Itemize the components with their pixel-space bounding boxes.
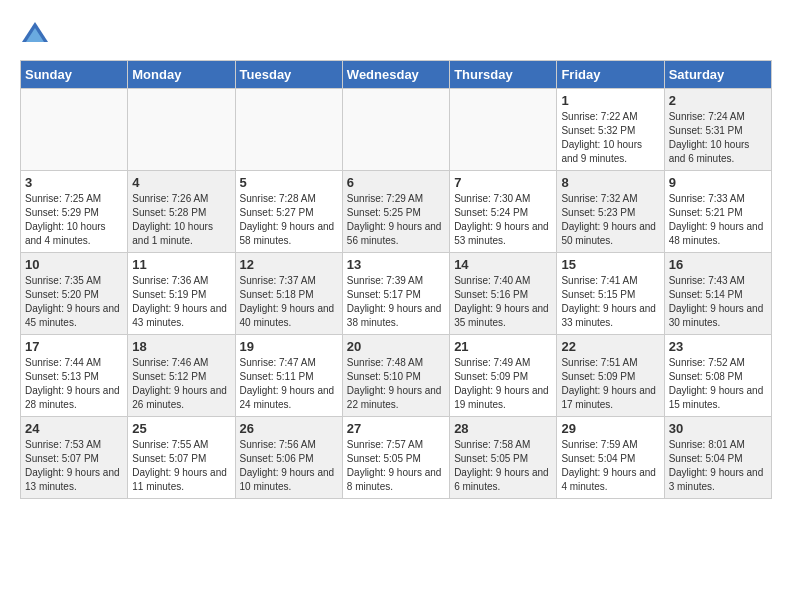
calendar-cell: 19Sunrise: 7:47 AM Sunset: 5:11 PM Dayli… xyxy=(235,335,342,417)
calendar-cell: 11Sunrise: 7:36 AM Sunset: 5:19 PM Dayli… xyxy=(128,253,235,335)
day-info: Sunrise: 7:30 AM Sunset: 5:24 PM Dayligh… xyxy=(454,192,552,248)
calendar-cell: 3Sunrise: 7:25 AM Sunset: 5:29 PM Daylig… xyxy=(21,171,128,253)
calendar-cell: 20Sunrise: 7:48 AM Sunset: 5:10 PM Dayli… xyxy=(342,335,449,417)
day-info: Sunrise: 7:36 AM Sunset: 5:19 PM Dayligh… xyxy=(132,274,230,330)
calendar-cell: 30Sunrise: 8:01 AM Sunset: 5:04 PM Dayli… xyxy=(664,417,771,499)
day-number: 11 xyxy=(132,257,230,272)
calendar-cell: 17Sunrise: 7:44 AM Sunset: 5:13 PM Dayli… xyxy=(21,335,128,417)
day-info: Sunrise: 7:44 AM Sunset: 5:13 PM Dayligh… xyxy=(25,356,123,412)
calendar-cell: 22Sunrise: 7:51 AM Sunset: 5:09 PM Dayli… xyxy=(557,335,664,417)
day-info: Sunrise: 7:56 AM Sunset: 5:06 PM Dayligh… xyxy=(240,438,338,494)
day-number: 10 xyxy=(25,257,123,272)
calendar-header: SundayMondayTuesdayWednesdayThursdayFrid… xyxy=(21,61,772,89)
calendar-cell: 5Sunrise: 7:28 AM Sunset: 5:27 PM Daylig… xyxy=(235,171,342,253)
day-number: 12 xyxy=(240,257,338,272)
logo-icon xyxy=(20,20,50,50)
day-number: 20 xyxy=(347,339,445,354)
calendar-cell xyxy=(342,89,449,171)
day-number: 15 xyxy=(561,257,659,272)
day-number: 3 xyxy=(25,175,123,190)
day-info: Sunrise: 7:29 AM Sunset: 5:25 PM Dayligh… xyxy=(347,192,445,248)
day-info: Sunrise: 7:53 AM Sunset: 5:07 PM Dayligh… xyxy=(25,438,123,494)
day-info: Sunrise: 7:51 AM Sunset: 5:09 PM Dayligh… xyxy=(561,356,659,412)
calendar-cell: 4Sunrise: 7:26 AM Sunset: 5:28 PM Daylig… xyxy=(128,171,235,253)
day-info: Sunrise: 7:32 AM Sunset: 5:23 PM Dayligh… xyxy=(561,192,659,248)
day-number: 17 xyxy=(25,339,123,354)
day-number: 22 xyxy=(561,339,659,354)
logo xyxy=(20,20,55,50)
calendar-cell xyxy=(235,89,342,171)
calendar-cell: 16Sunrise: 7:43 AM Sunset: 5:14 PM Dayli… xyxy=(664,253,771,335)
calendar-cell: 8Sunrise: 7:32 AM Sunset: 5:23 PM Daylig… xyxy=(557,171,664,253)
day-info: Sunrise: 7:48 AM Sunset: 5:10 PM Dayligh… xyxy=(347,356,445,412)
day-number: 2 xyxy=(669,93,767,108)
calendar-table: SundayMondayTuesdayWednesdayThursdayFrid… xyxy=(20,60,772,499)
calendar-week-row: 1Sunrise: 7:22 AM Sunset: 5:32 PM Daylig… xyxy=(21,89,772,171)
calendar-cell: 12Sunrise: 7:37 AM Sunset: 5:18 PM Dayli… xyxy=(235,253,342,335)
day-number: 14 xyxy=(454,257,552,272)
day-number: 29 xyxy=(561,421,659,436)
calendar-cell: 9Sunrise: 7:33 AM Sunset: 5:21 PM Daylig… xyxy=(664,171,771,253)
calendar-cell: 29Sunrise: 7:59 AM Sunset: 5:04 PM Dayli… xyxy=(557,417,664,499)
calendar-cell: 7Sunrise: 7:30 AM Sunset: 5:24 PM Daylig… xyxy=(450,171,557,253)
day-info: Sunrise: 7:25 AM Sunset: 5:29 PM Dayligh… xyxy=(25,192,123,248)
day-info: Sunrise: 7:52 AM Sunset: 5:08 PM Dayligh… xyxy=(669,356,767,412)
day-number: 16 xyxy=(669,257,767,272)
day-number: 25 xyxy=(132,421,230,436)
calendar-week-row: 24Sunrise: 7:53 AM Sunset: 5:07 PM Dayli… xyxy=(21,417,772,499)
day-number: 28 xyxy=(454,421,552,436)
weekday-header: Thursday xyxy=(450,61,557,89)
day-info: Sunrise: 7:58 AM Sunset: 5:05 PM Dayligh… xyxy=(454,438,552,494)
day-info: Sunrise: 7:33 AM Sunset: 5:21 PM Dayligh… xyxy=(669,192,767,248)
calendar-cell: 25Sunrise: 7:55 AM Sunset: 5:07 PM Dayli… xyxy=(128,417,235,499)
weekday-header: Friday xyxy=(557,61,664,89)
day-number: 23 xyxy=(669,339,767,354)
calendar-cell: 23Sunrise: 7:52 AM Sunset: 5:08 PM Dayli… xyxy=(664,335,771,417)
day-info: Sunrise: 7:35 AM Sunset: 5:20 PM Dayligh… xyxy=(25,274,123,330)
calendar-week-row: 17Sunrise: 7:44 AM Sunset: 5:13 PM Dayli… xyxy=(21,335,772,417)
calendar-cell: 15Sunrise: 7:41 AM Sunset: 5:15 PM Dayli… xyxy=(557,253,664,335)
day-info: Sunrise: 7:24 AM Sunset: 5:31 PM Dayligh… xyxy=(669,110,767,166)
day-number: 7 xyxy=(454,175,552,190)
calendar-cell: 21Sunrise: 7:49 AM Sunset: 5:09 PM Dayli… xyxy=(450,335,557,417)
day-info: Sunrise: 7:47 AM Sunset: 5:11 PM Dayligh… xyxy=(240,356,338,412)
calendar-cell: 26Sunrise: 7:56 AM Sunset: 5:06 PM Dayli… xyxy=(235,417,342,499)
day-info: Sunrise: 7:40 AM Sunset: 5:16 PM Dayligh… xyxy=(454,274,552,330)
weekday-header: Saturday xyxy=(664,61,771,89)
calendar-cell: 2Sunrise: 7:24 AM Sunset: 5:31 PM Daylig… xyxy=(664,89,771,171)
day-info: Sunrise: 7:46 AM Sunset: 5:12 PM Dayligh… xyxy=(132,356,230,412)
weekday-header: Tuesday xyxy=(235,61,342,89)
day-number: 4 xyxy=(132,175,230,190)
weekday-header: Sunday xyxy=(21,61,128,89)
calendar-cell: 14Sunrise: 7:40 AM Sunset: 5:16 PM Dayli… xyxy=(450,253,557,335)
day-number: 26 xyxy=(240,421,338,436)
day-number: 9 xyxy=(669,175,767,190)
day-info: Sunrise: 7:55 AM Sunset: 5:07 PM Dayligh… xyxy=(132,438,230,494)
day-info: Sunrise: 7:57 AM Sunset: 5:05 PM Dayligh… xyxy=(347,438,445,494)
day-number: 13 xyxy=(347,257,445,272)
day-info: Sunrise: 7:37 AM Sunset: 5:18 PM Dayligh… xyxy=(240,274,338,330)
day-info: Sunrise: 7:39 AM Sunset: 5:17 PM Dayligh… xyxy=(347,274,445,330)
day-number: 30 xyxy=(669,421,767,436)
calendar-cell: 6Sunrise: 7:29 AM Sunset: 5:25 PM Daylig… xyxy=(342,171,449,253)
day-number: 5 xyxy=(240,175,338,190)
calendar-week-row: 3Sunrise: 7:25 AM Sunset: 5:29 PM Daylig… xyxy=(21,171,772,253)
calendar-cell xyxy=(128,89,235,171)
calendar-cell: 10Sunrise: 7:35 AM Sunset: 5:20 PM Dayli… xyxy=(21,253,128,335)
calendar-cell: 1Sunrise: 7:22 AM Sunset: 5:32 PM Daylig… xyxy=(557,89,664,171)
calendar-week-row: 10Sunrise: 7:35 AM Sunset: 5:20 PM Dayli… xyxy=(21,253,772,335)
day-number: 24 xyxy=(25,421,123,436)
day-number: 19 xyxy=(240,339,338,354)
day-number: 1 xyxy=(561,93,659,108)
calendar-cell: 18Sunrise: 7:46 AM Sunset: 5:12 PM Dayli… xyxy=(128,335,235,417)
day-number: 18 xyxy=(132,339,230,354)
day-number: 6 xyxy=(347,175,445,190)
page-header xyxy=(20,20,772,50)
day-info: Sunrise: 8:01 AM Sunset: 5:04 PM Dayligh… xyxy=(669,438,767,494)
calendar-cell xyxy=(21,89,128,171)
calendar-cell: 28Sunrise: 7:58 AM Sunset: 5:05 PM Dayli… xyxy=(450,417,557,499)
day-info: Sunrise: 7:49 AM Sunset: 5:09 PM Dayligh… xyxy=(454,356,552,412)
day-number: 21 xyxy=(454,339,552,354)
day-info: Sunrise: 7:28 AM Sunset: 5:27 PM Dayligh… xyxy=(240,192,338,248)
day-info: Sunrise: 7:59 AM Sunset: 5:04 PM Dayligh… xyxy=(561,438,659,494)
